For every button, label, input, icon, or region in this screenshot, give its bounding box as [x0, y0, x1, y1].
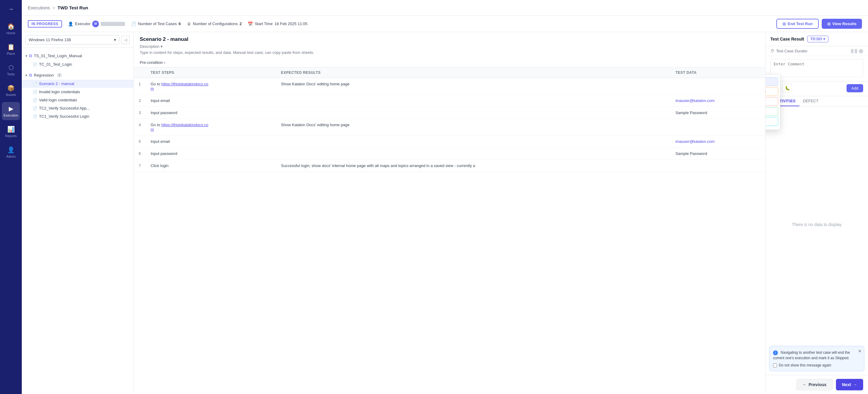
previous-button[interactable]: ← Previous: [796, 379, 833, 390]
sidebar-collapse-btn[interactable]: →: [6, 4, 16, 15]
sidebar-item-admin[interactable]: 👤 Admin: [2, 143, 20, 161]
tree-item-invalid-login[interactable]: 📄 Invalid login credentials: [22, 88, 133, 96]
tree-item-tc01-label: TC_01_Test_Login: [39, 62, 72, 67]
tab-defects[interactable]: DEFECT: [799, 96, 822, 106]
tree-item-valid-login-label: Valid login credentials: [39, 98, 77, 102]
arrow-left-icon: ←: [803, 382, 807, 387]
tree-group-ts01: ▾ ⧉ TS_01_Test_LogIn_Manual 📄 TC_01_Test…: [22, 50, 133, 70]
row-expected: Show Katalon Docs' editing home page: [276, 119, 671, 135]
row-data: Sample Password: [671, 107, 765, 119]
table-row: 2 Input email imauser@katalon.com: [134, 95, 765, 107]
dropdown-item-failed[interactable]: FAILED: [765, 97, 778, 106]
config-value: Windows 11 Firefox 138: [29, 37, 71, 42]
email-link-2[interactable]: imauser@katalon.com: [675, 139, 715, 144]
tree-item-scenario2[interactable]: 📄 Scenario 2 - manual: [22, 80, 133, 88]
right-panel: Test Case Result TO DO ▾ ⏱ Test Case Dur…: [765, 32, 868, 394]
sidebar-item-tests[interactable]: ⬡ Tests: [2, 61, 20, 79]
end-test-run-icon: ◎: [782, 22, 786, 26]
table-row: 4 Go to https://thisiskatalondocs.com Sh…: [134, 119, 765, 135]
row-expected: [276, 95, 671, 107]
left-panel: Windows 11 Firefox 138 ▾ ◁ ▾ ⧉ TS_01_Tes…: [22, 32, 134, 394]
email-link-1[interactable]: imauser@katalon.com: [675, 98, 715, 103]
sidebar-item-execution[interactable]: ▶ Execution: [2, 102, 20, 120]
tree-item-tc1-verify[interactable]: 📄 TC1_Verify Successful Login: [22, 112, 133, 120]
content-area: Windows 11 Firefox 138 ▾ ◁ ▾ ⧉ TS_01_Tes…: [22, 32, 868, 394]
tree-group-ts01-label: TS_01_Test_LogIn_Manual: [34, 54, 82, 58]
tree-group-regression-label: Regression: [34, 73, 54, 78]
link-katalondocs-1[interactable]: https://thisiskatalondocs.com: [151, 82, 208, 91]
tree-group-ts01-header[interactable]: ▾ ⧉ TS_01_Test_LogIn_Manual: [22, 52, 133, 60]
table-row: 1 Go to https://thisiskatalondocs.com Sh…: [134, 78, 765, 95]
info-icon: i: [773, 351, 778, 355]
tree-item-tc01[interactable]: 📄 TC_01_Test_Login: [22, 60, 133, 68]
bug-btn[interactable]: 🐛: [782, 83, 792, 93]
comment-input[interactable]: [770, 59, 863, 77]
next-label: Next: [842, 382, 851, 387]
bug-icon: 🐛: [785, 86, 790, 90]
row-num: 7: [134, 160, 146, 172]
sidebar-item-plans[interactable]: 📋 Plans: [2, 40, 20, 58]
sidebar-item-assets[interactable]: 📦 Assets: [2, 82, 20, 99]
dropdown-item-blocked[interactable]: BLOCKED: [765, 87, 778, 96]
chevron-down-icon: ▾: [114, 37, 116, 42]
row-data: Sample Password: [671, 148, 765, 160]
row-num: 3: [134, 107, 146, 119]
link-katalondocs-2[interactable]: https://thisiskatalondocs.com: [151, 123, 208, 132]
sidebar-item-label: Execution: [4, 114, 18, 117]
num-test-cases-value: 6: [179, 22, 181, 26]
tests-icon: ⬡: [8, 64, 13, 71]
duration-label: Test Case Duratio: [776, 49, 807, 53]
sidebar-item-label: Plans: [7, 52, 15, 55]
file-icon: 📄: [33, 114, 37, 119]
next-button[interactable]: Next →: [836, 379, 863, 390]
dropdown-item-skipped[interactable]: SKIPPED: [765, 117, 778, 126]
table-row: 3 Input password Sample Password: [134, 107, 765, 119]
tabs-row: ACTIVITIES DEFECT: [766, 96, 868, 107]
row-num: 1: [134, 78, 146, 95]
dropdown-item-todo[interactable]: TO DO: [765, 77, 778, 86]
avatar: M: [92, 21, 99, 27]
breadcrumb-parent[interactable]: Executions: [28, 5, 50, 10]
collapse-panel-btn[interactable]: ◁: [121, 36, 130, 44]
precondition-row[interactable]: Pre-condition ›: [140, 58, 759, 67]
table-row: 7 Click login Successful login; show doc…: [134, 160, 765, 172]
todo-label: TO DO: [810, 37, 822, 41]
sidebar-item-reports[interactable]: 📊 Reports: [2, 123, 20, 141]
row-num: 2: [134, 95, 146, 107]
collapse-icon: ◁: [124, 38, 127, 42]
status-badge: IN PROGRESS: [28, 20, 62, 28]
previous-label: Previous: [809, 382, 827, 387]
tree-group-regression-header[interactable]: ▾ ⧉ Regression 2: [22, 71, 133, 80]
row-data: [671, 78, 765, 95]
row-expected: [276, 148, 671, 160]
num-configs-value: 2: [240, 22, 242, 26]
duration-row: ⏱ Test Case Duratio: [766, 46, 868, 56]
tree-item-valid-login[interactable]: 📄 Valid login credentials: [22, 96, 133, 104]
tree-item-invalid-login-label: Invalid login credentials: [39, 90, 80, 94]
todo-dropdown-btn[interactable]: TO DO ▾: [807, 36, 828, 42]
start-time-info: 📅 Start Time 18 Feb 2025 11:05: [248, 22, 307, 26]
view-results-button[interactable]: ◎ View Results: [822, 19, 862, 29]
middle-panel: Scenario 2 - manual Description ▾ Type i…: [134, 32, 765, 394]
end-test-run-button[interactable]: ◎ End Test Run: [776, 19, 819, 29]
sidebar-item-label: Tests: [7, 72, 15, 76]
file-icon: 📄: [33, 62, 37, 67]
table-row: 5 Input email imauser@katalon.com: [134, 135, 765, 148]
row-steps: Go to https://thisiskatalondocs.com: [146, 78, 276, 95]
config-dropdown[interactable]: Windows 11 Firefox 138 ▾: [25, 35, 120, 44]
add-comment-button[interactable]: Add: [846, 84, 863, 92]
dont-show-checkbox[interactable]: [773, 363, 777, 367]
dropdown-item-passed[interactable]: PASSED: [765, 107, 778, 116]
row-num: 5: [134, 135, 146, 148]
sidebar-item-home[interactable]: 🏠 Home: [2, 20, 20, 38]
table-row: 6 Input password Sample Password: [134, 148, 765, 160]
notification-close-btn[interactable]: ✕: [858, 348, 862, 354]
result-label: Test Case Result: [770, 37, 804, 41]
col-steps: TEST STEPS: [146, 67, 276, 78]
chevron-down-icon: ▾: [823, 37, 825, 41]
sidebar: → 🏠 Home 📋 Plans ⬡ Tests 📦 Assets ▶ Exec…: [0, 0, 22, 394]
chevron-right-icon: ›: [164, 60, 165, 65]
row-steps: Input password: [146, 148, 276, 160]
description-toggle[interactable]: Description ▾: [140, 44, 759, 49]
tree-item-tc2-verify[interactable]: 📄 TC2_Verify Successful App...: [22, 104, 133, 112]
